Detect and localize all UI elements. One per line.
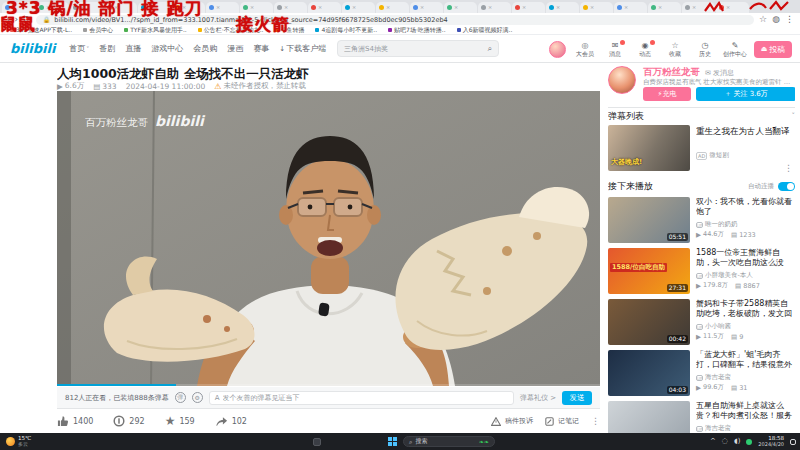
video-item-title[interactable]: 「蓝龙大虾」'蛆'毛肉齐打，口碑翻车，结果很意外: [696, 350, 795, 370]
browser-tab[interactable]: ×: [206, 2, 239, 13]
header-menu-item[interactable]: ✎ 创作中心: [724, 41, 746, 57]
browser-menu-icon[interactable]: ⋮: [785, 15, 794, 24]
browser-tab[interactable]: ×: [614, 2, 647, 13]
header-menu-item[interactable]: ✉ 消息: [604, 41, 626, 57]
taskbar-app-icon[interactable]: [575, 437, 585, 447]
taskbar-clock[interactable]: 18:58 2024/4/20: [758, 436, 784, 447]
taskbar-app-icon[interactable]: [620, 437, 630, 447]
video-item-uploader[interactable]: 小胖墩美食-本人: [705, 271, 753, 280]
browser-tab[interactable]: ×: [580, 2, 613, 13]
danmaku-send-button[interactable]: 发送: [562, 391, 592, 405]
taskbar-app-icon[interactable]: [635, 437, 645, 447]
video-item-uploader[interactable]: 海吉老蛮: [705, 373, 731, 382]
tab-close-icon[interactable]: ×: [658, 5, 662, 10]
more-actions-icon[interactable]: ⋮: [591, 416, 600, 426]
danmaku-list-row[interactable]: 弹幕列表 ˅: [608, 107, 795, 121]
tab-close-icon[interactable]: ×: [318, 5, 322, 10]
video-item-uploader[interactable]: 唯一的奶奶: [705, 220, 738, 229]
video-thumbnail[interactable]: 04:03: [608, 350, 690, 396]
favorite-button[interactable]: ★ 159: [165, 415, 195, 427]
volume-icon[interactable]: ◖): [734, 438, 740, 445]
share-button[interactable]: 102: [215, 415, 247, 427]
bookmark-item[interactable]: 贴吧7场·吃播转播..: [388, 26, 446, 35]
chevron-down-icon[interactable]: ˅: [792, 112, 796, 120]
bookmark-item[interactable]: 4追剧每小时不更新..: [315, 26, 377, 35]
uploader-avatar[interactable]: [608, 66, 636, 94]
browser-tab[interactable]: ×: [444, 2, 477, 13]
video-player[interactable]: 百万粉丝龙哥 bilibili: [57, 91, 600, 386]
autoplay-toggle[interactable]: [778, 182, 795, 191]
search-icon[interactable]: ⌕: [488, 44, 492, 54]
start-button[interactable]: [388, 437, 398, 447]
network-icon[interactable]: ◌: [722, 438, 728, 445]
danmaku-font-icon[interactable]: A: [215, 394, 220, 402]
taskbar-search[interactable]: ⌕ 搜索 ❧❧: [403, 436, 495, 447]
taskbar-app-icon[interactable]: [515, 437, 525, 447]
video-item-title[interactable]: 蟹妈和卡子带2588精英自助吃垮，老板破防，发文回应！！！: [696, 299, 795, 319]
tab-close-icon[interactable]: ×: [216, 5, 220, 10]
tab-close-icon[interactable]: ×: [284, 5, 288, 10]
tab-close-icon[interactable]: ×: [386, 5, 390, 10]
browser-tab[interactable]: ×: [308, 2, 341, 13]
nav-item[interactable]: ↓ 会员购 ˅: [193, 43, 217, 54]
browser-tab[interactable]: ×: [410, 2, 443, 13]
tab-close-icon[interactable]: ×: [454, 5, 458, 10]
tab-close-icon[interactable]: ×: [522, 5, 526, 10]
browser-tab[interactable]: ×: [478, 2, 511, 13]
nav-item[interactable]: ↓ 漫画 ˅: [227, 43, 243, 54]
nav-item[interactable]: ↓ 首页 ˅: [69, 43, 89, 54]
video-item-uploader[interactable]: 小小响酱: [705, 322, 731, 331]
taskbar-app-icon[interactable]: [530, 437, 540, 447]
recommended-video[interactable]: 1588/位白吃自助 27:31 1588一位帝王蟹海鲜自助，头一次吃自助这么没…: [608, 248, 795, 294]
bilibili-logo[interactable]: bilibili: [10, 41, 55, 56]
taskbar-app-icon[interactable]: [560, 437, 570, 447]
bookmark-item[interactable]: 会员中心: [83, 26, 113, 35]
taskbar-app-icon[interactable]: [665, 437, 675, 447]
taskbar-app-icon[interactable]: [590, 437, 600, 447]
search-box[interactable]: ⌕: [337, 40, 499, 57]
nav-item[interactable]: ↓ 下载客户端 ˅: [279, 43, 326, 54]
video-item-title[interactable]: 五星自助海鲜上桌就这么贵？和牛肉煮引众怒！服务态度更…: [696, 401, 795, 421]
browser-tab[interactable]: ×: [376, 2, 409, 13]
taskbar-app-icon[interactable]: [680, 437, 690, 447]
header-menu-item[interactable]: ◉ 动态: [634, 41, 656, 57]
header-menu-item[interactable]: ◎ 大会员: [574, 41, 596, 57]
nav-item[interactable]: ↓ 直播 ˅: [125, 43, 141, 54]
coin-button[interactable]: 292: [113, 415, 144, 427]
video-item-uploader[interactable]: 海吉老蛮: [705, 424, 731, 433]
browser-tab[interactable]: ×: [546, 2, 579, 13]
tab-close-icon[interactable]: ×: [488, 5, 492, 10]
avatar[interactable]: [549, 41, 566, 58]
browser-tab[interactable]: ×: [274, 2, 307, 13]
promo-title[interactable]: 重生之我在为古人当翻译: [696, 126, 792, 137]
video-item-title[interactable]: 1588一位帝王蟹海鲜自助，头一次吃自助这么没底!: [696, 248, 795, 268]
browser-tab[interactable]: ×: [512, 2, 545, 13]
taskbar-weather[interactable]: 15℃ 多云: [0, 436, 37, 447]
taskbar-app-icon[interactable]: [650, 437, 660, 447]
header-menu-item[interactable]: ◷ 历史: [694, 41, 716, 57]
danmaku-input-box[interactable]: A: [209, 391, 514, 405]
browser-profile-icon[interactable]: ◍: [772, 15, 780, 24]
bookmark-item[interactable]: TYF新水风暴使用手..: [124, 26, 187, 35]
taskbar-app-icon[interactable]: [500, 437, 510, 447]
recommended-video[interactable]: 05:51 双小：我不饿，光看你就看饱了 UP 唯一的奶奶 ▶44.6万 ▤12…: [608, 197, 795, 243]
promo-thumbnail[interactable]: 大器晚成!: [608, 125, 690, 171]
report-button[interactable]: 稿件投诉: [491, 416, 533, 426]
nav-item[interactable]: ↓ 番剧 ˅: [99, 43, 115, 54]
notification-center-icon[interactable]: [790, 439, 796, 445]
promo-card[interactable]: 大器晚成! 重生之我在为古人当翻译 AD 微短剧 ⋮: [608, 125, 795, 173]
video-item-title[interactable]: 双小：我不饿，光看你就看饱了: [696, 197, 795, 217]
browser-tab[interactable]: ×: [342, 2, 375, 13]
tab-close-icon[interactable]: ×: [556, 5, 560, 10]
bookmark-item[interactable]: 入6新疆视频好满..: [457, 26, 513, 35]
tab-close-icon[interactable]: ×: [420, 5, 424, 10]
video-thumbnail[interactable]: 05:51: [608, 197, 690, 243]
browser-tab[interactable]: ×: [648, 2, 681, 13]
danmaku-etiquette-link[interactable]: 弹幕礼仪 >: [520, 393, 556, 403]
tab-close-icon[interactable]: ×: [250, 5, 254, 10]
recommended-video[interactable]: 04:02 五星自助海鲜上桌就这么贵？和牛肉煮引众怒！服务态度更… UP 海吉老…: [608, 401, 795, 433]
send-message-link[interactable]: ✉ 发消息: [705, 68, 734, 78]
bookmark-star-icon[interactable]: ☆: [759, 15, 767, 24]
tray-expand-icon[interactable]: ^: [710, 438, 716, 445]
header-menu-item[interactable]: ☆ 收藏: [664, 41, 686, 57]
